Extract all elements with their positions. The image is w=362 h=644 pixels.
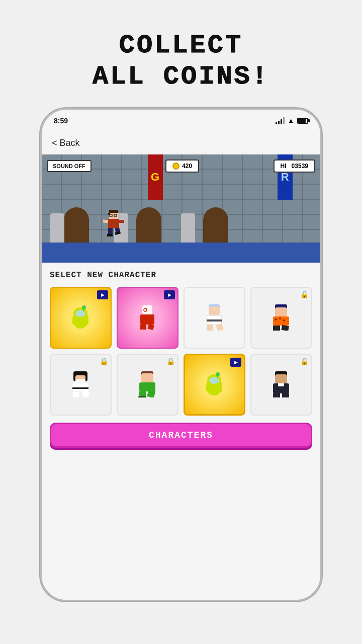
statue-1 xyxy=(50,213,64,243)
status-icons: ▲ xyxy=(276,117,308,124)
coin-count: 420 xyxy=(182,163,192,170)
char-sprite-runner xyxy=(260,297,302,339)
char-card-green-boy[interactable]: 🔒 xyxy=(117,354,178,416)
tv-badge-2: ▶ xyxy=(164,290,175,299)
svg-rect-33 xyxy=(275,307,287,316)
svg-rect-1 xyxy=(109,210,118,213)
svg-rect-61 xyxy=(275,374,287,383)
phone-shell: 8:59 ▲ < Back G R xyxy=(40,108,322,601)
lock-icon-6: 🔒 xyxy=(166,357,175,365)
svg-rect-48 xyxy=(141,373,153,382)
screen: < Back G R xyxy=(42,132,320,600)
char-sprite-green-boy xyxy=(127,364,168,406)
door-2 xyxy=(136,207,161,243)
floor xyxy=(42,243,320,263)
char-card-ninja-girl[interactable]: 🔒 xyxy=(50,354,112,416)
svg-rect-27 xyxy=(209,306,220,315)
svg-rect-5 xyxy=(112,215,114,215)
svg-point-37 xyxy=(283,319,285,321)
svg-rect-6 xyxy=(108,219,119,228)
statue-3 xyxy=(181,213,195,243)
svg-rect-24 xyxy=(140,325,146,330)
char-card-among-us-2[interactable]: ▶ xyxy=(184,354,245,416)
characters-button[interactable]: CHARACTERS xyxy=(50,423,312,448)
high-score-display: HI 03539 xyxy=(274,159,315,173)
svg-rect-30 xyxy=(207,325,213,331)
back-button[interactable]: < Back xyxy=(42,132,320,154)
lock-icon-8: 🔒 xyxy=(300,357,309,365)
svg-rect-45 xyxy=(72,391,79,397)
char-sprite-among-us xyxy=(60,297,102,339)
select-title: SELECT NEW CHARACTER xyxy=(50,271,312,280)
svg-rect-15 xyxy=(83,318,88,325)
status-time: 8:59 xyxy=(54,117,68,125)
svg-rect-11 xyxy=(103,219,108,223)
svg-rect-14 xyxy=(72,318,77,325)
headline-line1: COLLECT xyxy=(93,30,269,61)
sound-btn[interactable]: SOUND OFF xyxy=(47,160,92,172)
char-card-dark-boy[interactable]: 🔒 xyxy=(250,354,312,416)
character-select-area: SELECT NEW CHARACTER ▶ xyxy=(42,263,320,600)
svg-rect-55 xyxy=(217,385,222,391)
svg-rect-65 xyxy=(282,393,289,397)
svg-rect-63 xyxy=(278,383,284,386)
lock-icon-4: 🔒 xyxy=(300,290,309,298)
char-card-squid-game[interactable]: ▶ xyxy=(117,287,178,349)
game-hud: SOUND OFF 420 HI 03539 xyxy=(42,159,320,173)
svg-point-35 xyxy=(275,318,277,320)
tv-badge-7: ▶ xyxy=(230,358,241,367)
char-card-runner[interactable]: 🔒 xyxy=(250,287,312,349)
svg-rect-25 xyxy=(148,324,154,331)
headline-line2: ALL COINS! xyxy=(93,61,269,93)
player-character xyxy=(103,210,124,242)
signal-icon xyxy=(276,117,285,124)
char-sprite-ninja-girl xyxy=(60,364,102,406)
svg-rect-29 xyxy=(207,319,222,321)
headline: COLLECT ALL COINS! xyxy=(93,30,269,93)
hi-score: 03539 xyxy=(292,163,308,170)
svg-rect-64 xyxy=(273,393,280,397)
battery-icon xyxy=(297,118,308,124)
svg-rect-49 xyxy=(139,382,155,391)
char-sprite-dark-boy xyxy=(260,364,302,406)
svg-rect-52 xyxy=(138,396,146,397)
char-card-among-us[interactable]: ▶ xyxy=(50,287,112,349)
coin-icon xyxy=(172,163,179,170)
tv-badge-1: ▶ xyxy=(97,290,108,299)
char-sprite-white-fighter xyxy=(194,297,235,339)
lock-icon-5: 🔒 xyxy=(100,357,108,365)
door-3 xyxy=(203,207,228,243)
svg-rect-38 xyxy=(273,326,280,331)
power-btn[interactable] xyxy=(320,190,322,220)
door-1 xyxy=(64,207,89,243)
svg-rect-39 xyxy=(282,325,290,331)
hi-label: HI xyxy=(281,163,287,170)
svg-rect-9 xyxy=(107,234,113,236)
svg-rect-59 xyxy=(217,374,218,378)
wifi-icon: ▲ xyxy=(288,117,294,124)
game-viewport: G R xyxy=(42,154,320,263)
svg-rect-44 xyxy=(72,387,88,389)
characters-grid: ▶ xyxy=(50,287,312,416)
svg-rect-12 xyxy=(119,220,124,223)
svg-rect-34 xyxy=(273,316,289,326)
svg-rect-23 xyxy=(140,314,154,325)
svg-rect-7 xyxy=(108,228,113,235)
char-card-white-fighter[interactable] xyxy=(184,287,245,349)
svg-point-36 xyxy=(279,317,281,319)
char-sprite-among-us-2 xyxy=(194,364,235,405)
coin-display: 420 xyxy=(165,159,199,173)
status-bar: 8:59 ▲ xyxy=(42,110,320,132)
svg-rect-42 xyxy=(75,379,85,382)
svg-rect-19 xyxy=(83,307,84,311)
svg-rect-54 xyxy=(206,385,211,391)
char-sprite-squid-game xyxy=(127,297,168,339)
